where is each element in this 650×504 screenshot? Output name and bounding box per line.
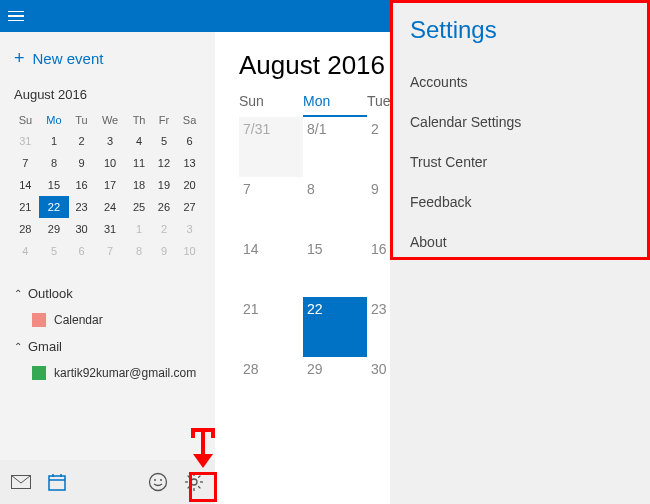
main-day-cell[interactable]: 14 [239, 237, 303, 297]
mini-cal-dow: We [94, 110, 126, 130]
main-day-cell[interactable]: 22 [303, 297, 367, 357]
mini-cal-day[interactable]: 13 [176, 152, 203, 174]
mini-cal-day[interactable]: 10 [176, 240, 203, 262]
mini-cal-day[interactable]: 31 [94, 218, 126, 240]
account-name: Gmail [28, 339, 62, 354]
calendar-label: kartik92kumar@gmail.com [54, 366, 196, 380]
mini-cal-day[interactable]: 6 [176, 130, 203, 152]
mini-cal-day[interactable]: 3 [176, 218, 203, 240]
mini-cal-day[interactable]: 25 [126, 196, 152, 218]
mini-cal-day[interactable]: 19 [152, 174, 176, 196]
settings-item[interactable]: About [410, 222, 630, 262]
settings-item[interactable]: Calendar Settings [410, 102, 630, 142]
main-dow-cell: Mon [303, 93, 367, 117]
chevron-down-icon: ⌃ [14, 341, 22, 352]
main-day-cell[interactable]: 15 [303, 237, 367, 297]
feedback-smile-icon[interactable] [147, 471, 169, 493]
mini-cal-day[interactable]: 4 [126, 130, 152, 152]
accounts-list: ⌃OutlookCalendar⌃Gmailkartik92kumar@gmai… [0, 270, 215, 386]
mini-cal-day[interactable]: 16 [69, 174, 94, 196]
mini-cal-day[interactable]: 17 [94, 174, 126, 196]
mini-cal-day[interactable]: 3 [94, 130, 126, 152]
mini-cal-day[interactable]: 2 [69, 130, 94, 152]
mini-cal-day[interactable]: 15 [39, 174, 69, 196]
plus-icon: + [14, 48, 25, 69]
calendar-color-swatch [32, 366, 46, 380]
svg-line-15 [188, 486, 190, 488]
mini-cal-day[interactable]: 12 [152, 152, 176, 174]
mini-cal-dow: Mo [39, 110, 69, 130]
main-day-cell[interactable]: 7 [239, 177, 303, 237]
settings-panel: Settings AccountsCalendar SettingsTrust … [390, 0, 650, 504]
settings-item[interactable]: Accounts [410, 62, 630, 102]
sidebar: + New event August 2016 SuMoTuWeThFrSa 3… [0, 32, 215, 504]
mini-cal-dow: Fr [152, 110, 176, 130]
mini-cal-day[interactable]: 18 [126, 174, 152, 196]
mini-cal-day[interactable]: 8 [126, 240, 152, 262]
mini-cal-dow: Su [12, 110, 39, 130]
mini-cal-day[interactable]: 4 [12, 240, 39, 262]
svg-point-7 [160, 479, 162, 481]
mini-calendar: August 2016 SuMoTuWeThFrSa 3112345678910… [0, 83, 215, 270]
svg-point-5 [150, 474, 167, 491]
account-header[interactable]: ⌃Outlook [14, 280, 201, 307]
mini-cal-day[interactable]: 2 [152, 218, 176, 240]
account-name: Outlook [28, 286, 73, 301]
main-dow-cell: Sun [239, 93, 303, 117]
mini-cal-dow: Sa [176, 110, 203, 130]
settings-gear-icon[interactable] [183, 471, 205, 493]
svg-point-8 [191, 479, 197, 485]
mini-cal-day[interactable]: 31 [12, 130, 39, 152]
mini-cal-day[interactable]: 21 [12, 196, 39, 218]
mail-icon[interactable] [10, 471, 32, 493]
mini-cal-day[interactable]: 9 [69, 152, 94, 174]
svg-line-14 [198, 486, 200, 488]
mini-cal-day[interactable]: 7 [94, 240, 126, 262]
mini-cal-day[interactable]: 28 [12, 218, 39, 240]
mini-cal-day[interactable]: 27 [176, 196, 203, 218]
svg-rect-1 [49, 476, 65, 490]
settings-item[interactable]: Trust Center [410, 142, 630, 182]
mini-cal-day[interactable]: 29 [39, 218, 69, 240]
main-day-cell[interactable]: 8/1 [303, 117, 367, 177]
main-day-cell[interactable]: 8 [303, 177, 367, 237]
hamburger-menu-icon[interactable] [8, 11, 24, 22]
mini-cal-day[interactable]: 22 [39, 196, 69, 218]
new-event-button[interactable]: + New event [0, 32, 215, 83]
settings-item[interactable]: Feedback [410, 182, 630, 222]
calendar-icon[interactable] [46, 471, 68, 493]
mini-cal-day[interactable]: 10 [94, 152, 126, 174]
mini-cal-day[interactable]: 6 [69, 240, 94, 262]
sidebar-bottom-bar [0, 460, 215, 504]
mini-cal-day[interactable]: 24 [94, 196, 126, 218]
svg-line-13 [188, 476, 190, 478]
mini-cal-day[interactable]: 5 [152, 130, 176, 152]
calendar-item[interactable]: kartik92kumar@gmail.com [14, 360, 201, 386]
calendar-item[interactable]: Calendar [14, 307, 201, 333]
mini-cal-day[interactable]: 1 [39, 130, 69, 152]
main-day-cell[interactable]: 7/31 [239, 117, 303, 177]
mini-calendar-title: August 2016 [12, 83, 203, 110]
mini-cal-dow: Th [126, 110, 152, 130]
account-header[interactable]: ⌃Gmail [14, 333, 201, 360]
mini-cal-day[interactable]: 30 [69, 218, 94, 240]
main-day-cell[interactable]: 28 [239, 357, 303, 417]
mini-cal-day[interactable]: 14 [12, 174, 39, 196]
settings-title: Settings [410, 16, 630, 44]
svg-line-16 [198, 476, 200, 478]
chevron-down-icon: ⌃ [14, 288, 22, 299]
mini-cal-day[interactable]: 20 [176, 174, 203, 196]
mini-cal-day[interactable]: 7 [12, 152, 39, 174]
new-event-label: New event [33, 50, 104, 67]
mini-cal-day[interactable]: 23 [69, 196, 94, 218]
mini-cal-day[interactable]: 5 [39, 240, 69, 262]
mini-cal-dow: Tu [69, 110, 94, 130]
mini-cal-day[interactable]: 9 [152, 240, 176, 262]
main-day-cell[interactable]: 29 [303, 357, 367, 417]
mini-cal-day[interactable]: 11 [126, 152, 152, 174]
svg-point-6 [154, 479, 156, 481]
mini-cal-day[interactable]: 8 [39, 152, 69, 174]
mini-cal-day[interactable]: 26 [152, 196, 176, 218]
mini-cal-day[interactable]: 1 [126, 218, 152, 240]
main-day-cell[interactable]: 21 [239, 297, 303, 357]
